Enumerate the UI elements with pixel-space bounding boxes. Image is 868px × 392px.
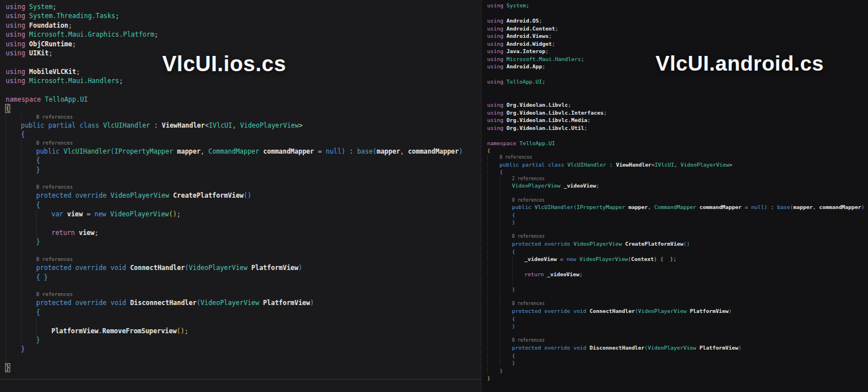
- code-token: ;: [596, 182, 600, 189]
- indent-guide: [6, 238, 21, 246]
- code-line: [6, 282, 481, 291]
- code-token: _videoView: [547, 271, 579, 277]
- code-token: ;: [76, 68, 80, 76]
- code-token: ViewHandler: [162, 121, 205, 129]
- indent-guide: [21, 114, 36, 120]
- indent-guide: [487, 308, 500, 314]
- code-line: protected override void ConnectHandler(V…: [487, 307, 868, 315]
- indent-guide: [512, 256, 524, 262]
- codelens-references[interactable]: 0 references: [6, 140, 481, 147]
- indent-guide: [500, 279, 512, 285]
- code-token: [106, 210, 110, 218]
- indent-guide: [21, 309, 36, 316]
- indent-guide: [487, 182, 500, 189]
- indent-guide: [512, 271, 524, 277]
- code-content-android[interactable]: using System; using Android.OS;using And…: [481, 0, 868, 382]
- codelens-references[interactable]: 0 references: [6, 114, 481, 121]
- code-line: {: [6, 308, 481, 317]
- indent-guide: [6, 140, 21, 145]
- code-line: {: [6, 201, 481, 210]
- indent-guide: [21, 220, 36, 227]
- indent-guide: [21, 273, 36, 281]
- code-line: [6, 86, 481, 95]
- code-token: .: [98, 327, 102, 335]
- code-token: using: [487, 48, 506, 54]
- code-token: using: [487, 25, 506, 32]
- code-line: }: [487, 374, 868, 382]
- code-token: ): [459, 147, 463, 155]
- codelens-references[interactable]: 0 references: [487, 301, 868, 307]
- code-token: Android.App: [506, 63, 542, 69]
- code-token: public: [36, 147, 63, 155]
- indent-guide: [500, 241, 512, 247]
- code-token: protected override: [36, 191, 111, 199]
- code-line: using Org.Videolan.Libvlc;: [487, 101, 868, 109]
- code-line: using MobileVLCKit;: [6, 67, 481, 76]
- code-token: view: [79, 229, 94, 237]
- codelens-references[interactable]: 0 references: [487, 155, 868, 161]
- code-token: ,: [813, 204, 819, 210]
- code-token: Microsoft.Maui.Handlers: [506, 56, 581, 62]
- code-token: ;: [568, 102, 571, 108]
- code-token: ): [728, 308, 732, 314]
- code-token: using: [6, 3, 29, 11]
- code-token: ;: [579, 271, 583, 277]
- code-token: {: [36, 308, 40, 316]
- code-line: }: [6, 363, 481, 372]
- code-line: [487, 94, 868, 102]
- code-line: return view;: [6, 228, 481, 237]
- indent-guide: [6, 147, 21, 155]
- code-token: {: [512, 212, 515, 218]
- codelens-references[interactable]: 2 references: [487, 176, 868, 182]
- code-token: }: [512, 360, 515, 366]
- code-token: (): [177, 327, 185, 335]
- code-token: TelloApp.UI: [506, 79, 542, 85]
- code-token: new: [566, 256, 576, 262]
- code-pane-ios[interactable]: VlcUI.ios.cs using System;using System.T…: [0, 0, 481, 392]
- code-token: ;: [177, 210, 181, 218]
- code-token: }: [512, 323, 515, 329]
- code-token: Org.Videolan.Libvlc.Media: [506, 117, 587, 123]
- code-token: namespace: [487, 140, 519, 146]
- codelens-references[interactable]: 0 references: [487, 198, 868, 204]
- indent-guide: [6, 337, 21, 344]
- indent-guide: [487, 162, 500, 168]
- code-token: VideoPlayerView: [648, 345, 696, 351]
- indent-guide: [500, 345, 512, 351]
- code-pane-android[interactable]: VlcUI.android.cs using System; using And…: [481, 0, 868, 392]
- indent-guide: [487, 338, 500, 343]
- code-token: System.Threading.Tasks: [29, 12, 115, 20]
- codelens-references[interactable]: 0 references: [6, 256, 481, 263]
- code-line: {: [6, 104, 481, 113]
- code-token: using: [6, 12, 29, 20]
- indent-guide: [487, 227, 500, 233]
- code-token: :: [345, 147, 357, 155]
- code-token: protected override void: [512, 345, 589, 351]
- code-token: 0 references: [36, 184, 73, 190]
- code-token: ;: [119, 77, 123, 85]
- code-token: mapper: [177, 147, 201, 155]
- indent-guide: [21, 140, 36, 145]
- code-token: Org.Videolan.Libvlc.Util: [506, 125, 584, 131]
- code-line: [6, 354, 481, 363]
- codelens-references[interactable]: 0 references: [487, 234, 868, 240]
- codelens-references[interactable]: 0 references: [6, 184, 481, 191]
- code-token: ;: [555, 25, 558, 32]
- code-token: using: [487, 56, 506, 62]
- code-token: (): [169, 210, 177, 218]
- codelens-references[interactable]: 0 references: [487, 338, 868, 344]
- code-token: ): [298, 264, 302, 272]
- indent-guide: [487, 264, 500, 270]
- indent-guide: [6, 176, 21, 183]
- code-token: return: [524, 271, 547, 277]
- code-content-ios[interactable]: using System;using System.Threading.Task…: [0, 0, 481, 373]
- indent-guide: [21, 176, 36, 183]
- code-token: ,: [232, 121, 240, 129]
- codelens-references[interactable]: 0 references: [6, 291, 481, 298]
- code-token: 0 references: [512, 198, 545, 203]
- indent-guide: [6, 192, 21, 199]
- code-token: [259, 147, 263, 155]
- code-line: [487, 132, 868, 140]
- indent-guide: [487, 241, 500, 247]
- indent-guide: [487, 204, 500, 210]
